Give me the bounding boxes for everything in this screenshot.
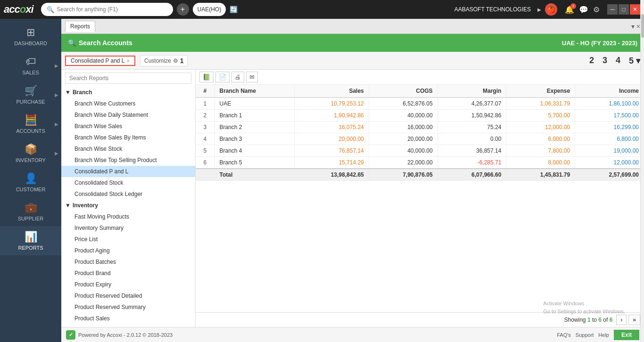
report-price-list[interactable]: Price List	[61, 234, 195, 245]
report-branch-wise-customers[interactable]: Branch Wise Customers	[61, 98, 195, 109]
cell-branch: Branch 2	[215, 122, 295, 133]
restore-button[interactable]: □	[619, 4, 629, 15]
export-excel-button[interactable]: 📗	[199, 72, 214, 82]
customize-num: 1	[180, 57, 184, 65]
tab-close-icon[interactable]: ×	[127, 58, 130, 64]
avatar[interactable]: 🍎	[545, 3, 557, 16]
report-branch-wise-sales-by-items[interactable]: Branch Wise Sales By Items	[61, 132, 195, 143]
sidebar-item-purchase[interactable]: 🛒 PURCHASE ▶	[0, 80, 61, 109]
report-consolidated-stock[interactable]: Consolidated Stock	[61, 177, 195, 188]
close-button[interactable]: ✕	[630, 4, 640, 15]
sidebar-item-accounts[interactable]: 🧮 ACCOUNTS ▶	[0, 109, 61, 138]
search-accounts-label: Search Accounts	[79, 39, 132, 47]
export-pdf-button[interactable]: 📄	[215, 72, 230, 82]
total-cogs: 7,90,876.05	[369, 169, 438, 181]
table-toolbar: 📗 📄 🖨 ✉	[196, 70, 644, 85]
search-reports-input[interactable]	[65, 73, 191, 84]
report-product-reserved-detailed[interactable]: Product Reserved Detailed	[61, 290, 195, 301]
report-product-expiry[interactable]: Product Expiry	[61, 279, 195, 290]
cell-branch: Branch 4	[215, 145, 295, 157]
sidebar-item-sales[interactable]: 🏷 SALES ▶	[0, 51, 61, 80]
settings-icon[interactable]: ⚙	[593, 5, 600, 14]
messages-icon[interactable]: 💬	[579, 5, 588, 14]
left-panel: ▼ Branch Branch Wise Customers Branch Wi…	[61, 70, 196, 327]
report-inventory-summary[interactable]: Inventory Summary	[61, 222, 195, 234]
content-area: Reports ▾ × 🔍 Search Accounts UAE - HO (…	[61, 19, 644, 342]
help-link[interactable]: Help	[598, 332, 609, 338]
close-tab-button[interactable]: ×	[636, 23, 640, 30]
report-product-reserved-summary[interactable]: Product Reserved Summary	[61, 301, 195, 313]
sidebar-item-reports[interactable]: 📊 REPORTS	[0, 226, 61, 255]
report-consolidated-stock-ledger[interactable]: Consolidated Stock Ledger	[61, 188, 195, 200]
report-branch-wise-stock[interactable]: Branch Wise Stock	[61, 143, 195, 155]
report-fast-moving-products[interactable]: Fast Moving Products	[61, 211, 195, 222]
consolidated-pl-tab[interactable]: Consolidated P and L ×	[65, 56, 135, 66]
accoxi-icon: ✓	[66, 330, 75, 340]
page-3[interactable]: 3	[603, 56, 607, 66]
report-product-batches[interactable]: Product Batches	[61, 256, 195, 268]
cell-sales: 15,714.29	[295, 157, 369, 169]
global-search[interactable]: 🔍	[41, 3, 173, 16]
print-button[interactable]: 🖨	[231, 72, 244, 82]
sidebar-item-inventory[interactable]: 📦 INVENTORY ▶	[0, 138, 61, 168]
customer-icon: 👤	[25, 172, 37, 185]
notifications-icon[interactable]: 🔔 1	[565, 5, 574, 14]
report-branch-wise-daily-statement[interactable]: Branch Wise Daily Statement	[61, 109, 195, 121]
sidebar-label-purchase: PURCHASE	[16, 99, 45, 105]
sidebar-item-customer[interactable]: 👤 CUSTOMER	[0, 168, 61, 197]
search-accounts-icon: 🔍	[68, 39, 76, 47]
branch-selector[interactable]: UAE(HO)	[193, 3, 226, 16]
cell-income: 16,299.00	[575, 122, 644, 133]
main-layout: ⊞ DASHBOARD 🏷 SALES ▶ 🛒 PURCHASE ▶ 🧮 ACC…	[0, 19, 644, 342]
cell-margin: -6,285.71	[438, 157, 506, 169]
exit-button[interactable]: Exit	[614, 330, 639, 340]
accounts-arrow-icon: ▶	[55, 122, 58, 127]
inventory-category[interactable]: ▼ Inventory	[61, 200, 195, 211]
table-row: 4 Branch 3 20,000.00 20,000.00 0.00 6,00…	[196, 133, 644, 145]
minimize-button[interactable]: ─	[607, 4, 618, 15]
sidebar-item-dashboard[interactable]: ⊞ DASHBOARD	[0, 22, 61, 51]
reports-main-tab[interactable]: Reports	[65, 21, 95, 32]
customize-gear-icon: ⚙	[173, 57, 178, 64]
table-row: 2 Branch 1 1,90,942.86 40,000.00 1,50,94…	[196, 110, 644, 122]
cell-expense: 5,700.00	[506, 110, 575, 122]
last-page-button[interactable]: »	[628, 315, 640, 325]
email-button[interactable]: ✉	[246, 72, 258, 82]
arrow-right-icon: ▶	[537, 7, 541, 12]
page-5[interactable]: 5 ▾	[629, 56, 640, 66]
sidebar-label-dashboard: DASHBOARD	[14, 41, 47, 46]
add-button[interactable]: +	[177, 3, 189, 16]
customize-button[interactable]: Customize ⚙ 1	[140, 55, 188, 66]
report-consolidated-pl[interactable]: Consolidated P and L	[61, 166, 195, 177]
cell-branch: Branch 5	[215, 157, 295, 169]
data-table-wrap[interactable]: # Branch Name Sales COGS Margin Expense …	[196, 85, 644, 312]
sidebar-label-accounts: ACCOUNTS	[16, 128, 45, 134]
cell-sales: 1,90,942.86	[295, 110, 369, 122]
search-accounts-btn[interactable]: 🔍 Search Accounts	[68, 39, 132, 47]
faq-link[interactable]: FAQ's	[557, 332, 571, 338]
report-branch-wise-top-selling-product[interactable]: Branch Wise Top Selling Product	[61, 155, 195, 166]
pin-tab-button[interactable]: ▾	[631, 23, 635, 30]
sidebar-item-supplier[interactable]: 💼 SUPPLIER	[0, 197, 61, 226]
branch-category[interactable]: ▼ Branch	[61, 87, 195, 98]
report-product-brand[interactable]: Product Brand	[61, 268, 195, 279]
page-4[interactable]: 4	[616, 56, 620, 66]
report-product-aging[interactable]: Product Aging	[61, 245, 195, 256]
reports-list: ▼ Branch Branch Wise Customers Branch Wi…	[61, 87, 195, 327]
page-total: 6	[610, 317, 613, 323]
cell-branch: Branch 1	[215, 110, 295, 122]
cell-cogs: 16,000.00	[369, 122, 438, 133]
branch-expand-icon: ▼	[65, 89, 71, 96]
page-2[interactable]: 2	[589, 56, 594, 66]
powered-text: Powered by Accoxi - 2.0.12 © 2018-2023	[78, 332, 173, 338]
cell-margin: 0.00	[438, 133, 506, 145]
report-branch-wise-sales[interactable]: Branch Wise Sales	[61, 121, 195, 132]
cell-num: 3	[196, 122, 215, 133]
next-page-button[interactable]: ›	[616, 315, 627, 325]
report-product-sales[interactable]: Product Sales	[61, 313, 195, 324]
cell-income: 12,000.00	[575, 157, 644, 169]
search-input[interactable]	[57, 6, 156, 13]
cell-expense: 7,800.00	[506, 145, 575, 157]
support-link[interactable]: Support	[576, 332, 594, 338]
refresh-icon[interactable]: 🔄	[230, 6, 238, 13]
